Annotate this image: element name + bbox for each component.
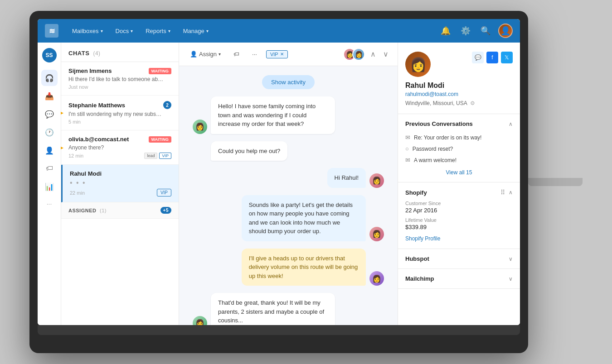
vip-active-tag: VIP: [157, 189, 171, 196]
chat-icon: ○: [405, 145, 409, 152]
prev-conversation-item[interactable]: ○ Password reset?: [405, 143, 513, 154]
chat-list-title: CHATS (4): [68, 50, 101, 57]
chevron-up-icon: ∧: [509, 189, 513, 196]
search-button[interactable]: 🔍: [478, 24, 493, 38]
chat-item[interactable]: ▸ Stephanie Matthews 2 I'm still wonderi…: [61, 96, 179, 130]
shopify-profile-link[interactable]: Shopify Profile: [405, 235, 440, 242]
message-row: 👩 That'd be great, thank you! It will be…: [193, 293, 384, 325]
customer-since-field: Customer Since 22 Apr 2016: [405, 201, 513, 214]
previous-conversations-header[interactable]: Previous Conversations ∧: [405, 120, 513, 127]
twitter-social-button[interactable]: 𝕏: [501, 52, 513, 63]
profile-social-links: 💬 f 𝕏: [472, 52, 513, 63]
user-initials-badge[interactable]: SS: [42, 48, 57, 62]
chat-item-active[interactable]: Rahul Modi • • • 22 min VIP: [61, 165, 179, 202]
waiting-badge: WAITING: [149, 136, 172, 143]
hubspot-title: Hubspot: [405, 255, 429, 262]
right-panel: 👩 💬 f 𝕏 Rahul Modi rahulmodi@toast.com W…: [398, 43, 520, 325]
profile-email[interactable]: rahulmodi@toast.com: [405, 91, 513, 97]
next-conversation-button[interactable]: ∨: [381, 49, 390, 59]
shopify-section: Shopify ⠿ ∧ Customer Since 22 Apr 2016 L…: [398, 182, 520, 249]
top-navigation: ≋ Mailboxes ▾ Docs ▾ Reports ▾ Manage ▾: [38, 19, 520, 43]
chevron-down-icon: ▾: [101, 29, 103, 34]
nav-manage[interactable]: Manage ▾: [179, 25, 213, 37]
agent-avatar-2: 👩: [352, 48, 365, 61]
email-icon: ✉: [405, 134, 410, 141]
shopify-more-icon[interactable]: ⠿: [500, 189, 505, 196]
assigned-section-header[interactable]: ASSIGNED (1) +5: [61, 202, 179, 219]
sidebar-item-reports[interactable]: 📊: [41, 178, 58, 195]
sidebar-item-chat[interactable]: 💬: [41, 106, 58, 122]
app-logo[interactable]: ≋: [45, 24, 58, 38]
chevron-up-icon: ∧: [509, 121, 513, 127]
assigned-count-badge: +5: [160, 207, 171, 214]
chat-toolbar: 👤 Assign ▾ 🏷 ··· VIP ✕: [179, 43, 398, 66]
sidebar-more[interactable]: ···: [47, 200, 52, 207]
customer-since-value: 22 Apr 2016: [405, 207, 513, 214]
laptop-stand: [528, 178, 583, 186]
chevron-down-icon: ▾: [168, 29, 170, 34]
sidebar-item-contacts[interactable]: 👤: [41, 142, 58, 158]
message-bubble-outgoing: Sounds like a party! Let's get the detai…: [242, 195, 366, 241]
toolbar-right-section: 👩 👩 ∧ ∨: [343, 48, 390, 61]
edit-location-icon[interactable]: ⚙: [470, 100, 475, 106]
profile-section: 👩 💬 f 𝕏 Rahul Modi rahulmodi@toast.com W…: [398, 43, 520, 114]
chat-preview-text: Anyone there?: [68, 144, 164, 151]
profile-name: Rahul Modi: [405, 81, 513, 90]
chevron-down-icon: ∨: [509, 256, 513, 262]
prev-conversation-item[interactable]: ✉ A warm welcome!: [405, 154, 513, 166]
message-row-warning: 👩 I'll give a heads up to our drivers th…: [193, 249, 384, 286]
vip-filter-tag[interactable]: VIP ✕: [266, 50, 288, 58]
sidebar-item-clock[interactable]: 🕐: [41, 124, 58, 140]
nav-docs[interactable]: Docs ▾: [111, 25, 138, 37]
vip-tag: VIP: [159, 153, 171, 159]
chat-list: CHATS (4) Sijmen Immens WAITING Hi there…: [61, 43, 179, 325]
prev-conversation-item[interactable]: ✉ Re: Your order is on its way!: [405, 132, 513, 143]
mailchimp-title: Mailchimp: [405, 275, 434, 282]
nav-reports[interactable]: Reports ▾: [141, 25, 175, 37]
more-button[interactable]: ···: [248, 49, 261, 59]
notifications-button[interactable]: 🔔: [438, 24, 453, 38]
customer-avatar: 👩: [193, 316, 207, 326]
message-bubble: That'd be great, thank you! It will be m…: [211, 293, 335, 325]
message-bubble-warning: I'll give a heads up to our drivers that…: [242, 249, 366, 286]
settings-button[interactable]: ⚙️: [458, 24, 473, 38]
lifetime-value-value: $339.89: [405, 224, 513, 230]
laptop-bottom-bar: [38, 325, 520, 335]
shopify-section-header[interactable]: Shopify ⠿ ∧: [405, 189, 513, 196]
agent2-avatar: 👩: [369, 271, 384, 286]
facebook-social-button[interactable]: f: [486, 52, 498, 63]
sidebar-item-inbox[interactable]: 📥: [41, 88, 58, 104]
assign-icon: 👤: [190, 51, 197, 57]
chat-time: 22 min: [70, 190, 85, 196]
chat-social-button[interactable]: 💬: [472, 52, 484, 63]
close-icon[interactable]: ✕: [280, 52, 284, 57]
previous-conversations-section: Previous Conversations ∧ ✉ Re: Your orde…: [398, 114, 520, 182]
assigned-label: ASSIGNED (1): [68, 208, 107, 213]
show-activity-button[interactable]: Show activity: [262, 75, 315, 89]
unread-badge: 2: [163, 101, 171, 109]
chevron-down-icon: ∨: [509, 276, 513, 282]
chat-item[interactable]: Sijmen Immens WAITING Hi there I'd like …: [61, 62, 179, 96]
mailchimp-section[interactable]: Mailchimp ∨: [398, 269, 520, 289]
sidebar-item-headphone[interactable]: 🎧: [41, 70, 58, 86]
chat-contact-name: Rahul Modi: [70, 170, 102, 177]
message-row: 👩 Hello! I have some family coming into …: [193, 96, 384, 134]
chat-item[interactable]: ▸ olivia.b@comcast.net WAITING Anyone th…: [61, 130, 179, 165]
label-button[interactable]: 🏷: [230, 49, 243, 59]
prev-conversation-button[interactable]: ∧: [369, 49, 378, 59]
user-avatar[interactable]: 👤: [498, 24, 513, 38]
chat-preview-text: I'm still wondering why my new subscript…: [68, 111, 164, 117]
messages-area: Show activity 👩 Hello! I have some famil…: [179, 66, 398, 325]
assign-button[interactable]: 👤 Assign ▾: [186, 49, 224, 59]
sidebar-item-tags[interactable]: 🏷: [41, 160, 58, 177]
profile-location: Windyville, Missouri, USA ⚙: [405, 100, 513, 106]
section-title: Previous Conversations: [405, 120, 473, 127]
agents-avatars: 👩 👩: [343, 48, 365, 61]
view-all-conversations-link[interactable]: View all 15: [405, 169, 513, 176]
email-icon: ✉: [405, 157, 410, 163]
chat-preview-typing: • • •: [70, 179, 165, 187]
nav-mailboxes[interactable]: Mailboxes ▾: [68, 25, 107, 37]
message-row: Could you help me out?: [193, 141, 384, 161]
hubspot-section[interactable]: Hubspot ∨: [398, 249, 520, 269]
chat-time: 5 min: [68, 119, 81, 125]
